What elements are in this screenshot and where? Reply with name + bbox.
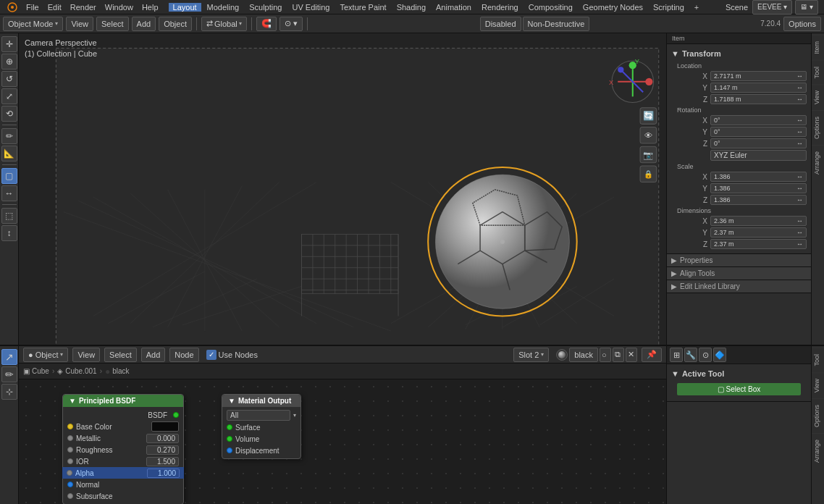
engine-dropdown[interactable]: EEVEE ▾ [752, 0, 792, 14]
surface-socket[interactable] [227, 424, 232, 430]
dim-y-value[interactable]: 2.37 m ↔ [710, 227, 807, 238]
workspace-texture-paint[interactable]: Texture Paint [335, 3, 390, 12]
br-icon-3[interactable]: ⊙ [699, 348, 712, 362]
proportional-editing[interactable]: ⊙ ▾ [279, 17, 303, 31]
rotation-mode-dropdown[interactable]: XYZ Euler [710, 150, 807, 161]
rot-z-value[interactable]: 0° ↔ [710, 138, 807, 148]
rotate-tool[interactable]: ↺ [1, 71, 17, 87]
subsurface-socket[interactable] [67, 493, 73, 499]
bottom-tab-arrange[interactable]: Arrange [812, 433, 824, 469]
scale-y-value[interactable]: 1.386 ↔ [710, 183, 807, 193]
mat-output-header[interactable]: ▼ Material Output [222, 395, 300, 407]
loc-y-value[interactable]: 1.147 m ↔ [710, 83, 807, 93]
material-duplicate-btn[interactable]: ⧉ [613, 348, 624, 362]
bottom-tab-options[interactable]: Options [812, 398, 824, 433]
material-sphere-btn[interactable]: ○ [600, 348, 611, 362]
menu-file[interactable]: File [22, 0, 43, 14]
material-remove-btn[interactable]: ✕ [626, 348, 637, 362]
bottom-tab-tool[interactable]: Tool [812, 348, 824, 372]
move3d-tool[interactable]: ↔ [1, 185, 17, 201]
blender-logo[interactable] [3, 0, 22, 14]
node-select-btn[interactable]: Select [104, 348, 137, 362]
workspace-modeling[interactable]: Modeling [203, 3, 244, 12]
select-btn[interactable]: Select [96, 17, 129, 31]
scale-x-value[interactable]: 1.386 ↔ [710, 172, 807, 182]
breadcrumb-cube[interactable]: ▣ Cube [23, 367, 49, 375]
properties-section[interactable]: ▶ Properties [667, 254, 811, 267]
bsdf-node-header[interactable]: ▼ Principled BSDF [63, 395, 183, 407]
workspace-layout[interactable]: Layout [169, 3, 201, 12]
viewport-3d[interactable]: X Y 🔄 👁 📷 🔒 [19, 33, 666, 345]
measure-tool[interactable]: 📐 [1, 146, 17, 161]
node-add-btn[interactable]: Add [141, 348, 166, 362]
pin-btn[interactable]: 📌 [642, 348, 662, 362]
workspace-uv-editing[interactable]: UV Editing [287, 3, 334, 12]
workspace-animation[interactable]: Animation [432, 3, 476, 12]
edit-linked-library-section[interactable]: ▶ Edit Linked Library [667, 280, 811, 293]
roughness-socket[interactable] [67, 447, 73, 453]
transform-orientation[interactable]: ⇄ Global ▾ [201, 17, 247, 31]
side-tab-arrange[interactable]: Arrange [812, 145, 824, 180]
rot-x-value[interactable]: 0° ↔ [710, 115, 807, 125]
custom-tool-2[interactable]: ↕ [1, 225, 17, 241]
base-color-socket[interactable] [67, 424, 73, 429]
node-annotate-tool[interactable]: ✏ [1, 366, 17, 382]
cursor-tool[interactable]: ✛ [1, 36, 17, 52]
workspace-shading[interactable]: Shading [392, 3, 430, 12]
menu-window[interactable]: Window [101, 0, 138, 14]
node-custom-tool[interactable]: ⊹ [1, 384, 17, 400]
displacement-socket[interactable] [227, 448, 232, 453]
object-btn[interactable]: Object [159, 17, 192, 31]
custom-tool-1[interactable]: ⬚ [1, 208, 17, 224]
breadcrumb-cube-mesh[interactable]: ◈ Cube.001 [57, 367, 96, 375]
bottom-tab-view[interactable]: View [812, 372, 824, 398]
menu-render[interactable]: Render [66, 0, 101, 14]
base-color-value[interactable] [151, 421, 179, 432]
transform-tool[interactable]: ⟲ [1, 106, 17, 122]
rot-y-value[interactable]: 0° ↔ [710, 127, 807, 137]
menu-edit[interactable]: Edit [43, 0, 66, 14]
add-btn[interactable]: Add [132, 17, 156, 31]
select-box-btn[interactable]: ▢ Select Box [677, 383, 801, 395]
alpha-value[interactable]: 1.000 [147, 469, 180, 478]
transform-header[interactable]: ▼ Transform [671, 47, 807, 60]
alpha-socket[interactable] [67, 470, 72, 476]
ior-socket[interactable] [67, 458, 73, 464]
br-icon-1[interactable]: ⊞ [670, 348, 683, 362]
breadcrumb-material[interactable]: ● black [105, 366, 130, 377]
dim-z-value[interactable]: 2.37 m ↔ [710, 239, 807, 249]
normal-socket[interactable] [67, 482, 73, 487]
snap-btn[interactable]: 🧲 [256, 17, 277, 31]
scale-z-value[interactable]: 1.386 ↔ [710, 195, 807, 205]
workspace-geometry-nodes[interactable]: Geometry Nodes [579, 3, 647, 12]
non-destructive-label[interactable]: Non-Destructive [523, 17, 590, 31]
object-mode-dropdown[interactable]: Object Mode ▾ [3, 17, 63, 31]
node-canvas[interactable]: ▼ Principled BSDF BSDF Base Color [19, 379, 666, 504]
node-select-tool[interactable]: ↗ [1, 349, 17, 365]
dim-x-value[interactable]: 2.36 m ↔ [710, 216, 807, 226]
select-box-tool[interactable]: ▢ [1, 168, 17, 184]
disabled-label[interactable]: Disabled [480, 17, 521, 31]
scale-tool[interactable]: ⤢ [1, 88, 17, 104]
bsdf-output-socket[interactable] [173, 412, 179, 418]
loc-x-value[interactable]: 2.7171 m ↔ [710, 71, 807, 81]
br-icon-4[interactable]: 🔷 [713, 348, 726, 362]
loc-z-value[interactable]: 1.7188 m ↔ [710, 94, 807, 104]
item-tab[interactable]: Item [670, 35, 687, 42]
workspace-compositing[interactable]: Compositing [524, 3, 577, 12]
active-tool-header[interactable]: ▼ Active Tool [671, 367, 807, 380]
side-tab-view[interactable]: View [812, 84, 824, 110]
mat-output-dropdown[interactable]: All [227, 410, 290, 421]
workspace-rendering[interactable]: Rendering [477, 3, 523, 12]
slot-dropdown[interactable]: Slot 2 ▾ [513, 348, 549, 362]
view-btn[interactable]: View [66, 17, 93, 31]
node-object-mode[interactable]: ● Object ▾ [23, 348, 68, 362]
node-view-btn[interactable]: View [72, 348, 100, 362]
ior-value[interactable]: 1.500 [146, 457, 179, 466]
move-tool[interactable]: ⊕ [1, 54, 17, 70]
roughness-value[interactable]: 0.270 [146, 445, 179, 455]
node-node-btn[interactable]: Node [169, 348, 198, 362]
display-mode[interactable]: 🖥 ▾ [795, 0, 818, 14]
workspace-scripting[interactable]: Scripting [649, 3, 689, 12]
side-tab-item[interactable]: Item [812, 35, 824, 60]
